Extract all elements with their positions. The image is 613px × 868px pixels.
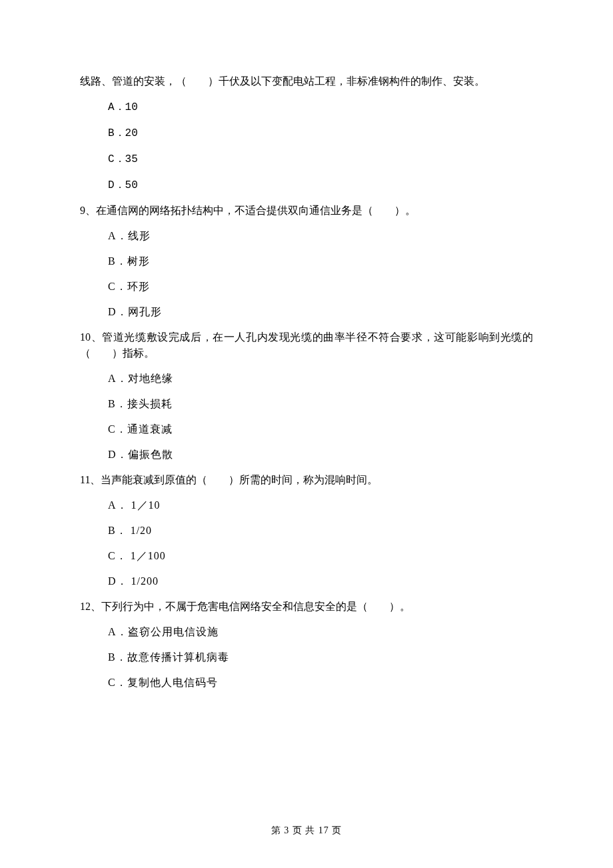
question-8-option-c: C．35 [108, 151, 533, 167]
question-12-stem: 12、下列行为中，不属于危害电信网络安全和信息安全的是（ ）。 [80, 599, 533, 615]
question-11-option-c: C． 1／100 [108, 548, 533, 564]
question-10-option-d: D．偏振色散 [108, 447, 533, 463]
question-8-option-d: D．50 [108, 177, 533, 193]
question-8-option-b: B．20 [108, 125, 533, 141]
question-9-option-a: A．线形 [108, 228, 533, 244]
question-8-option-a: A．10 [108, 99, 533, 115]
question-12-option-b: B．故意传播计算机病毒 [108, 649, 533, 665]
document-page: 线路、管道的安装，（ ）千伏及以下变配电站工程，非标准钢构件的制作、安装。 A．… [0, 0, 613, 868]
page-footer: 第 3 页 共 17 页 [0, 823, 613, 837]
question-9-stem: 9、在通信网的网络拓扑结构中，不适合提供双向通信业务是（ ）。 [80, 203, 533, 219]
question-11-option-d: D． 1/200 [108, 573, 533, 589]
question-9-option-c: C．环形 [108, 279, 533, 295]
question-11-stem: 11、当声能衰减到原值的（ ）所需的时间，称为混响时间。 [80, 472, 533, 488]
question-8-stem: 线路、管道的安装，（ ）千伏及以下变配电站工程，非标准钢构件的制作、安装。 [80, 73, 533, 89]
question-12-option-a: A．盗窃公用电信设施 [108, 624, 533, 640]
question-10-option-c: C．通道衰减 [108, 421, 533, 437]
question-9-option-b: B．树形 [108, 253, 533, 269]
question-10-stem: 10、管道光缆敷设完成后，在一人孔内发现光缆的曲率半径不符合要求，这可能影响到光… [80, 329, 533, 361]
question-11-option-b: B． 1/20 [108, 523, 533, 539]
question-10-option-b: B．接头损耗 [108, 396, 533, 412]
question-12-option-c: C．复制他人电信码号 [108, 675, 533, 691]
question-11-option-a: A． 1／10 [108, 497, 533, 513]
question-9-option-d: D．网孔形 [108, 304, 533, 320]
question-10-option-a: A．对地绝缘 [108, 371, 533, 387]
